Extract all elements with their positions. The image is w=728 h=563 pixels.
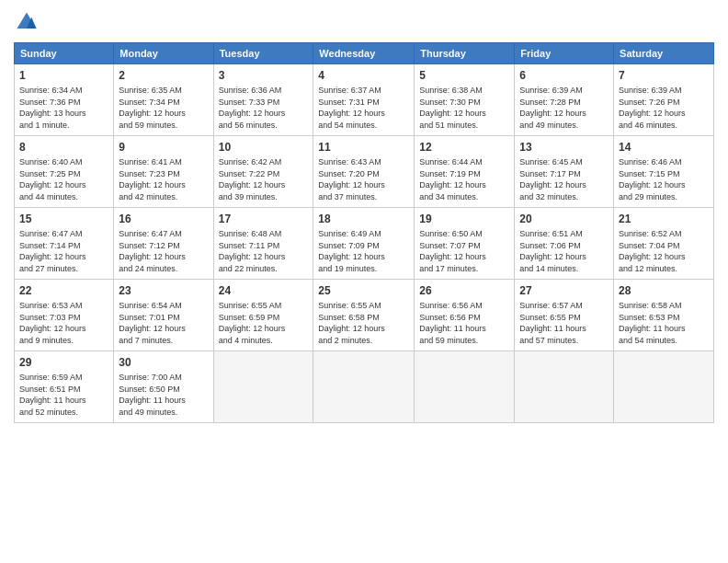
day-number: 10 bbox=[219, 140, 309, 155]
day-info: Sunrise: 6:39 AMSunset: 7:26 PMDaylight:… bbox=[619, 85, 709, 131]
calendar-day-cell: 22Sunrise: 6:53 AMSunset: 7:03 PMDayligh… bbox=[15, 280, 114, 351]
day-info: Sunrise: 6:39 AMSunset: 7:28 PMDaylight:… bbox=[519, 85, 609, 131]
day-number: 28 bbox=[619, 283, 709, 298]
calendar-day-cell: 9Sunrise: 6:41 AMSunset: 7:23 PMDaylight… bbox=[114, 136, 213, 208]
day-info: Sunrise: 6:37 AMSunset: 7:31 PMDaylight:… bbox=[318, 85, 409, 131]
day-number: 11 bbox=[318, 140, 409, 155]
day-number: 19 bbox=[419, 212, 509, 226]
day-info: Sunrise: 6:45 AMSunset: 7:17 PMDaylight:… bbox=[519, 156, 609, 202]
calendar-day-cell: 11Sunrise: 6:43 AMSunset: 7:20 PMDayligh… bbox=[313, 136, 415, 208]
day-info: Sunrise: 6:55 AMSunset: 6:59 PMDaylight:… bbox=[219, 300, 309, 346]
day-number: 4 bbox=[318, 68, 409, 83]
calendar-day-cell: 5Sunrise: 6:38 AMSunset: 7:30 PMDaylight… bbox=[415, 64, 515, 136]
day-number: 26 bbox=[419, 283, 509, 298]
day-info: Sunrise: 6:55 AMSunset: 6:58 PMDaylight:… bbox=[318, 300, 409, 346]
day-info: Sunrise: 6:47 AMSunset: 7:12 PMDaylight:… bbox=[119, 228, 208, 274]
day-info: Sunrise: 6:56 AMSunset: 6:56 PMDaylight:… bbox=[419, 300, 509, 346]
day-number: 29 bbox=[19, 355, 108, 370]
day-number: 1 bbox=[19, 68, 108, 83]
day-number: 7 bbox=[619, 68, 709, 83]
day-number: 17 bbox=[219, 212, 309, 226]
day-number: 14 bbox=[619, 140, 709, 155]
calendar-week-row: 22Sunrise: 6:53 AMSunset: 7:03 PMDayligh… bbox=[15, 280, 714, 351]
day-number: 6 bbox=[519, 68, 609, 83]
calendar-weekday-header: Wednesday bbox=[313, 43, 415, 64]
day-info: Sunrise: 6:48 AMSunset: 7:11 PMDaylight:… bbox=[219, 228, 309, 274]
day-info: Sunrise: 6:36 AMSunset: 7:33 PMDaylight:… bbox=[219, 85, 309, 131]
day-info: Sunrise: 6:53 AMSunset: 7:03 PMDaylight:… bbox=[19, 300, 108, 346]
day-number: 12 bbox=[419, 140, 509, 155]
calendar-day-cell: 30Sunrise: 7:00 AMSunset: 6:50 PMDayligh… bbox=[114, 351, 213, 423]
day-info: Sunrise: 6:40 AMSunset: 7:25 PMDaylight:… bbox=[19, 156, 108, 202]
calendar-week-row: 8Sunrise: 6:40 AMSunset: 7:25 PMDaylight… bbox=[15, 136, 714, 208]
day-info: Sunrise: 6:42 AMSunset: 7:22 PMDaylight:… bbox=[219, 156, 309, 202]
calendar-weekday-header: Thursday bbox=[415, 43, 515, 64]
calendar-day-cell: 1Sunrise: 6:34 AMSunset: 7:36 PMDaylight… bbox=[15, 64, 114, 136]
day-number: 3 bbox=[219, 68, 309, 83]
calendar-day-cell: 7Sunrise: 6:39 AMSunset: 7:26 PMDaylight… bbox=[614, 64, 714, 136]
calendar-weekday-header: Saturday bbox=[614, 43, 714, 64]
calendar-day-cell: 16Sunrise: 6:47 AMSunset: 7:12 PMDayligh… bbox=[114, 208, 213, 280]
calendar-day-cell: 24Sunrise: 6:55 AMSunset: 6:59 PMDayligh… bbox=[213, 280, 313, 351]
page: SundayMondayTuesdayWednesdayThursdayFrid… bbox=[0, 0, 728, 563]
calendar-day-cell: 18Sunrise: 6:49 AMSunset: 7:09 PMDayligh… bbox=[313, 208, 415, 280]
calendar-weekday-header: Monday bbox=[114, 43, 213, 64]
calendar-day-cell bbox=[313, 351, 415, 423]
day-info: Sunrise: 6:44 AMSunset: 7:19 PMDaylight:… bbox=[419, 156, 509, 202]
calendar-day-cell: 4Sunrise: 6:37 AMSunset: 7:31 PMDaylight… bbox=[313, 64, 415, 136]
calendar-week-row: 1Sunrise: 6:34 AMSunset: 7:36 PMDaylight… bbox=[15, 64, 714, 136]
calendar-day-cell bbox=[614, 351, 714, 423]
calendar-day-cell bbox=[515, 351, 614, 423]
calendar-day-cell: 29Sunrise: 6:59 AMSunset: 6:51 PMDayligh… bbox=[15, 351, 114, 423]
day-number: 15 bbox=[19, 212, 108, 226]
day-number: 13 bbox=[519, 140, 609, 155]
day-number: 18 bbox=[318, 212, 409, 226]
logo-icon bbox=[14, 9, 40, 35]
calendar-day-cell: 13Sunrise: 6:45 AMSunset: 7:17 PMDayligh… bbox=[515, 136, 614, 208]
day-number: 16 bbox=[119, 212, 208, 226]
calendar-day-cell: 23Sunrise: 6:54 AMSunset: 7:01 PMDayligh… bbox=[114, 280, 213, 351]
calendar-table: SundayMondayTuesdayWednesdayThursdayFrid… bbox=[14, 42, 714, 423]
day-info: Sunrise: 7:00 AMSunset: 6:50 PMDaylight:… bbox=[119, 372, 208, 418]
day-info: Sunrise: 6:52 AMSunset: 7:04 PMDaylight:… bbox=[619, 228, 709, 274]
day-number: 30 bbox=[119, 355, 208, 370]
calendar-day-cell: 28Sunrise: 6:58 AMSunset: 6:53 PMDayligh… bbox=[614, 280, 714, 351]
day-info: Sunrise: 6:57 AMSunset: 6:55 PMDaylight:… bbox=[519, 300, 609, 346]
calendar-day-cell: 6Sunrise: 6:39 AMSunset: 7:28 PMDaylight… bbox=[515, 64, 614, 136]
logo bbox=[14, 9, 42, 35]
day-info: Sunrise: 6:50 AMSunset: 7:07 PMDaylight:… bbox=[419, 228, 509, 274]
calendar-day-cell: 3Sunrise: 6:36 AMSunset: 7:33 PMDaylight… bbox=[213, 64, 313, 136]
calendar-day-cell: 17Sunrise: 6:48 AMSunset: 7:11 PMDayligh… bbox=[213, 208, 313, 280]
header bbox=[14, 9, 714, 35]
calendar-day-cell: 27Sunrise: 6:57 AMSunset: 6:55 PMDayligh… bbox=[515, 280, 614, 351]
calendar-week-row: 29Sunrise: 6:59 AMSunset: 6:51 PMDayligh… bbox=[15, 351, 714, 423]
day-number: 27 bbox=[519, 283, 609, 298]
day-info: Sunrise: 6:54 AMSunset: 7:01 PMDaylight:… bbox=[119, 300, 208, 346]
day-info: Sunrise: 6:47 AMSunset: 7:14 PMDaylight:… bbox=[19, 228, 108, 274]
calendar-day-cell: 19Sunrise: 6:50 AMSunset: 7:07 PMDayligh… bbox=[415, 208, 515, 280]
day-number: 25 bbox=[318, 283, 409, 298]
calendar-weekday-header: Tuesday bbox=[213, 43, 313, 64]
day-number: 8 bbox=[19, 140, 108, 155]
calendar-day-cell: 8Sunrise: 6:40 AMSunset: 7:25 PMDaylight… bbox=[15, 136, 114, 208]
day-info: Sunrise: 6:46 AMSunset: 7:15 PMDaylight:… bbox=[619, 156, 709, 202]
calendar-day-cell bbox=[415, 351, 515, 423]
calendar-day-cell: 10Sunrise: 6:42 AMSunset: 7:22 PMDayligh… bbox=[213, 136, 313, 208]
day-info: Sunrise: 6:51 AMSunset: 7:06 PMDaylight:… bbox=[519, 228, 609, 274]
day-info: Sunrise: 6:34 AMSunset: 7:36 PMDaylight:… bbox=[19, 85, 108, 131]
calendar-header-row: SundayMondayTuesdayWednesdayThursdayFrid… bbox=[15, 43, 714, 64]
calendar-day-cell: 2Sunrise: 6:35 AMSunset: 7:34 PMDaylight… bbox=[114, 64, 213, 136]
calendar-day-cell: 26Sunrise: 6:56 AMSunset: 6:56 PMDayligh… bbox=[415, 280, 515, 351]
day-info: Sunrise: 6:59 AMSunset: 6:51 PMDaylight:… bbox=[19, 372, 108, 418]
day-number: 5 bbox=[419, 68, 509, 83]
day-info: Sunrise: 6:49 AMSunset: 7:09 PMDaylight:… bbox=[318, 228, 409, 274]
calendar-day-cell: 15Sunrise: 6:47 AMSunset: 7:14 PMDayligh… bbox=[15, 208, 114, 280]
day-number: 20 bbox=[519, 212, 609, 226]
calendar-day-cell: 14Sunrise: 6:46 AMSunset: 7:15 PMDayligh… bbox=[614, 136, 714, 208]
calendar-day-cell: 12Sunrise: 6:44 AMSunset: 7:19 PMDayligh… bbox=[415, 136, 515, 208]
day-number: 2 bbox=[119, 68, 208, 83]
day-number: 23 bbox=[119, 283, 208, 298]
calendar-weekday-header: Friday bbox=[515, 43, 614, 64]
calendar-day-cell: 25Sunrise: 6:55 AMSunset: 6:58 PMDayligh… bbox=[313, 280, 415, 351]
day-info: Sunrise: 6:38 AMSunset: 7:30 PMDaylight:… bbox=[419, 85, 509, 131]
